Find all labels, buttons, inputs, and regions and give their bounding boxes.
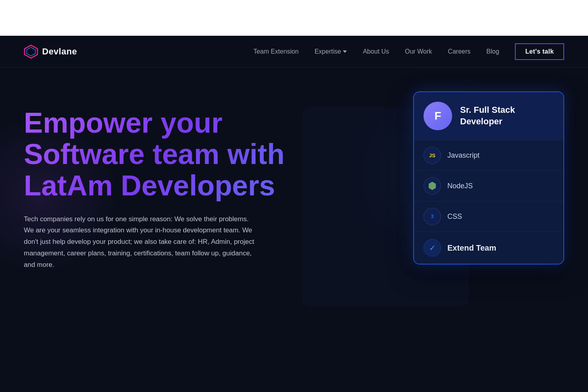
css-label: CSS <box>447 212 462 221</box>
navbar: Devlane Team Extension Expertise About U… <box>0 36 588 68</box>
nav-link-team-extension[interactable]: Team Extension <box>253 48 299 55</box>
javascript-icon: JS <box>424 147 441 164</box>
lets-talk-button[interactable]: Let's talk <box>515 43 564 60</box>
nav-link-expertise[interactable]: Expertise <box>315 48 347 55</box>
main-section: Devlane Team Extension Expertise About U… <box>0 36 588 392</box>
logo-icon <box>24 44 38 59</box>
nav-links: Team Extension Expertise About Us Our Wo… <box>253 43 564 60</box>
top-bar <box>0 0 588 36</box>
extend-team-item[interactable]: ✓ Extend Team <box>414 232 563 264</box>
svg-marker-1 <box>27 47 35 56</box>
hero-description: Tech companies rely on us for one simple… <box>24 214 254 271</box>
nodejs-label: NodeJS <box>447 182 473 190</box>
skill-css: 3 CSS <box>414 201 563 232</box>
checkmark-icon: ✓ <box>429 243 436 253</box>
skill-javascript: JS Javascript <box>414 140 563 170</box>
hero-text: Empower your Software team with LatAm De… <box>24 99 286 271</box>
logo[interactable]: Devlane <box>24 44 77 59</box>
dev-job-title: Sr. Full Stack Developer <box>460 104 554 127</box>
hero-card-area: F Sr. Full Stack Developer JS Javascript <box>334 83 564 338</box>
nav-link-careers[interactable]: Careers <box>448 48 470 55</box>
dev-card-header: F Sr. Full Stack Developer <box>414 92 563 140</box>
nav-link-blog[interactable]: Blog <box>486 48 499 55</box>
logo-text: Devlane <box>42 46 77 57</box>
extend-team-label: Extend Team <box>447 243 496 253</box>
hero-section: Empower your Software team with LatAm De… <box>0 68 588 338</box>
chevron-down-icon <box>343 50 347 53</box>
nav-link-about-us[interactable]: About Us <box>363 48 389 55</box>
skill-nodejs: NodeJS <box>414 170 563 201</box>
nodejs-icon <box>424 177 441 195</box>
css-icon: 3 <box>424 208 441 225</box>
check-circle-icon: ✓ <box>424 239 441 257</box>
nav-link-our-work[interactable]: Our Work <box>405 48 432 55</box>
avatar: F <box>424 102 452 130</box>
javascript-label: Javascript <box>447 151 480 160</box>
hero-title: Empower your Software team with LatAm De… <box>24 107 286 202</box>
dev-card: F Sr. Full Stack Developer JS Javascript <box>413 91 564 265</box>
